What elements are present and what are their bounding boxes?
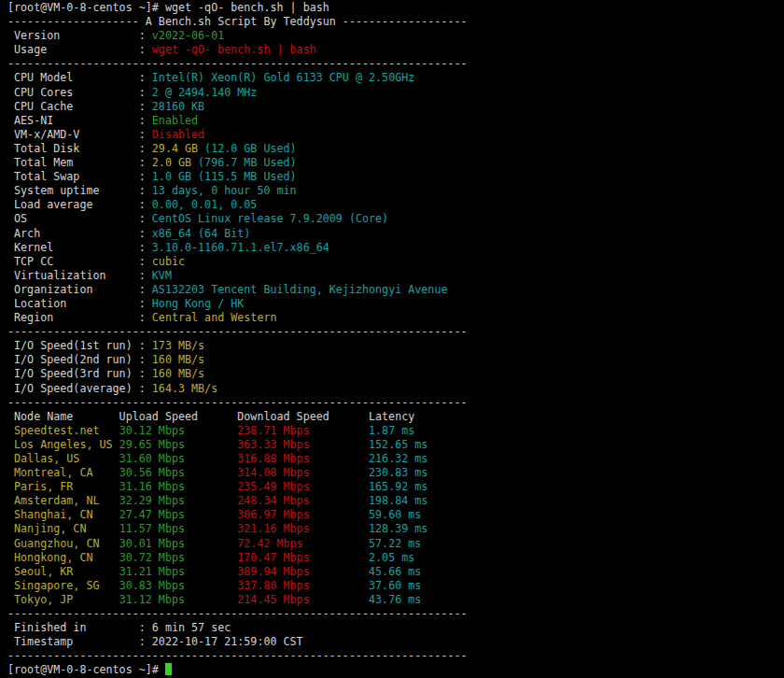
system-info-row: CPU Cores : 2 @ 2494.140 MHz (7, 86, 784, 100)
latency: 128.39 ms (369, 522, 427, 535)
row-value: 2022-10-17 21:59:00 CST (152, 635, 303, 648)
node-name: Tokyo, JP (7, 593, 119, 606)
latency: 37.60 ms (369, 579, 421, 592)
download-speed: 248.34 Mbps (237, 494, 369, 507)
terminal-cursor (165, 663, 172, 675)
speedtest-row: Amsterdam, NL 32.29 Mbps 248.34 Mbps 198… (7, 494, 784, 508)
node-name: Seoul, KR (7, 565, 119, 578)
upload-speed: 30.72 Mbps (119, 551, 238, 564)
prompt-text: [root@VM-0-8-centos ~]# (7, 663, 165, 676)
footer-row: Timestamp : 2022-10-17 21:59:00 CST (7, 635, 784, 649)
system-info-row: Organization : AS132203 Tencent Building… (7, 283, 784, 297)
speedtest-row: Guangzhou, CN 30.01 Mbps 72.42 Mbps 57.2… (7, 537, 784, 551)
row-label: Load average : (7, 198, 152, 211)
download-speed: 306.97 Mbps (237, 508, 369, 521)
system-info-row: Virtualization : KVM (7, 269, 784, 283)
upload-speed: 31.60 Mbps (119, 452, 238, 465)
system-info-row: System uptime : 13 days, 0 hour 50 min (7, 184, 784, 198)
upload-speed: 30.01 Mbps (119, 537, 238, 550)
node-name: Paris, FR (7, 480, 119, 493)
script-info-row: Version : v2022-06-01 (7, 29, 784, 43)
row-label: Organization : (7, 283, 152, 296)
row-value: Enabled (152, 114, 198, 127)
separator-dashes: ----------------------------------------… (7, 607, 468, 620)
system-info-row: Total Disk : 29.4 GB (12.0 GB Used) (7, 142, 784, 156)
system-info-row: VM-x/AMD-V : Disabled (7, 128, 784, 142)
upload-speed: 30.12 Mbps (119, 424, 238, 437)
download-speed: 316.88 Mbps (237, 452, 369, 465)
row-label: Kernel : (7, 241, 152, 254)
row-value: 28160 KB (152, 100, 204, 113)
speedtest-header-row: Node Name Upload Speed Download Speed La… (7, 410, 784, 424)
separator-line: ----------------------------------------… (7, 649, 784, 663)
row-value: 13 days, 0 hour 50 min (152, 184, 297, 197)
terminal-window[interactable]: [root@VM-0-8-centos ~]# wget -qO- bench.… (0, 0, 784, 678)
system-info-row: Total Swap : 1.0 GB (115.5 MB Used) (7, 170, 784, 184)
row-label: Region : (7, 311, 152, 324)
latency: 2.05 ms (369, 551, 414, 564)
download-speed: 314.08 Mbps (237, 466, 369, 479)
latency: 165.92 ms (369, 480, 427, 493)
download-speed: 170.47 Mbps (237, 551, 369, 564)
speedtest-row: Shanghai, CN 27.47 Mbps 306.97 Mbps 59.6… (7, 508, 784, 522)
row-value: CentOS Linux release 7.9.2009 (Core) (152, 212, 388, 225)
row-value: 29.4 GB (152, 142, 198, 155)
separator-dashes: ----------------------------------------… (7, 57, 468, 70)
download-speed: 337.80 Mbps (237, 579, 369, 592)
latency: 198.84 ms (369, 494, 427, 507)
upload-speed: 27.47 Mbps (119, 508, 238, 521)
row-label: I/O Speed(average) : (7, 382, 152, 395)
latency: 216.32 ms (369, 452, 427, 465)
speedtest-row: Speedtest.net 30.12 Mbps 238.71 Mbps 1.8… (7, 424, 784, 438)
speedtest-headers: Node Name Upload Speed Download Speed La… (7, 410, 414, 423)
latency: 230.83 ms (369, 466, 427, 479)
row-value: 2.0 GB (152, 156, 191, 169)
row-value: 173 MB/s (152, 339, 204, 352)
speedtest-row: Paris, FR 31.16 Mbps 235.49 Mbps 165.92 … (7, 480, 784, 494)
system-info-row: AES-NI : Enabled (7, 114, 784, 128)
row-label: TCP CC : (7, 255, 152, 268)
upload-speed: 31.21 Mbps (119, 565, 238, 578)
row-label: Timestamp : (7, 635, 152, 648)
row-label: CPU Cache : (7, 100, 152, 113)
row-value: cubic (152, 255, 185, 268)
row-value: (796.7 MB Used) (191, 156, 297, 169)
row-label: OS : (7, 212, 152, 225)
system-info-row: OS : CentOS Linux release 7.9.2009 (Core… (7, 212, 784, 226)
command-prompt-line: [root@VM-0-8-centos ~]# wget -qO- bench.… (7, 1, 784, 15)
separator-dashes: ----------------------------------------… (7, 396, 468, 409)
row-label: VM-x/AMD-V : (7, 128, 152, 141)
row-value: 2 @ 2494.140 MHz (152, 86, 258, 99)
download-speed: 214.45 Mbps (237, 593, 369, 606)
row-label: I/O Speed(3rd run) : (7, 367, 152, 380)
row-label: Arch : (7, 227, 152, 240)
node-name: Amsterdam, NL (7, 494, 119, 507)
system-info-row: CPU Cache : 28160 KB (7, 100, 784, 114)
terminal-screen: [root@VM-0-8-centos ~]# wget -qO- bench.… (7, 1, 784, 678)
row-label: Usage : (7, 43, 152, 56)
speedtest-row: Los Angeles, US 29.65 Mbps 363.33 Mbps 1… (7, 438, 784, 452)
system-info-row: Location : Hong Kong / HK (7, 297, 784, 311)
row-label: Finished in : (7, 621, 152, 634)
row-label: Total Mem : (7, 156, 152, 169)
node-name: Nanjing, CN (7, 522, 119, 535)
system-info-row: Total Mem : 2.0 GB (796.7 MB Used) (7, 156, 784, 170)
speedtest-row: Montreal, CA 30.56 Mbps 314.08 Mbps 230.… (7, 466, 784, 480)
system-info-row: CPU Model : Intel(R) Xeon(R) Gold 6133 C… (7, 71, 784, 85)
upload-speed: 30.56 Mbps (119, 466, 238, 479)
separator-line: ----------------------------------------… (7, 396, 784, 410)
latency: 1.87 ms (369, 424, 414, 437)
row-value: AS132203 Tencent Building, Kejizhongyi A… (152, 283, 448, 296)
row-value: 0.00, 0.01, 0.05 (152, 198, 258, 211)
row-value: 164.3 MB/s (152, 382, 217, 395)
separator-line: ----------------------------------------… (7, 57, 784, 71)
row-value: 3.10.0-1160.71.1.el7.x86_64 (152, 241, 329, 254)
separator-line: ----------------------------------------… (7, 607, 784, 621)
banner-text: -------------------- A Bench.sh Script B… (7, 15, 468, 28)
row-label: CPU Model : (7, 71, 152, 84)
latency: 45.66 ms (369, 565, 421, 578)
speedtest-row: Tokyo, JP 31.12 Mbps 214.45 Mbps 43.76 m… (7, 593, 784, 607)
node-name: Montreal, CA (7, 466, 119, 479)
speedtest-row: Singapore, SG 30.83 Mbps 337.80 Mbps 37.… (7, 579, 784, 593)
upload-speed: 31.16 Mbps (119, 480, 238, 493)
